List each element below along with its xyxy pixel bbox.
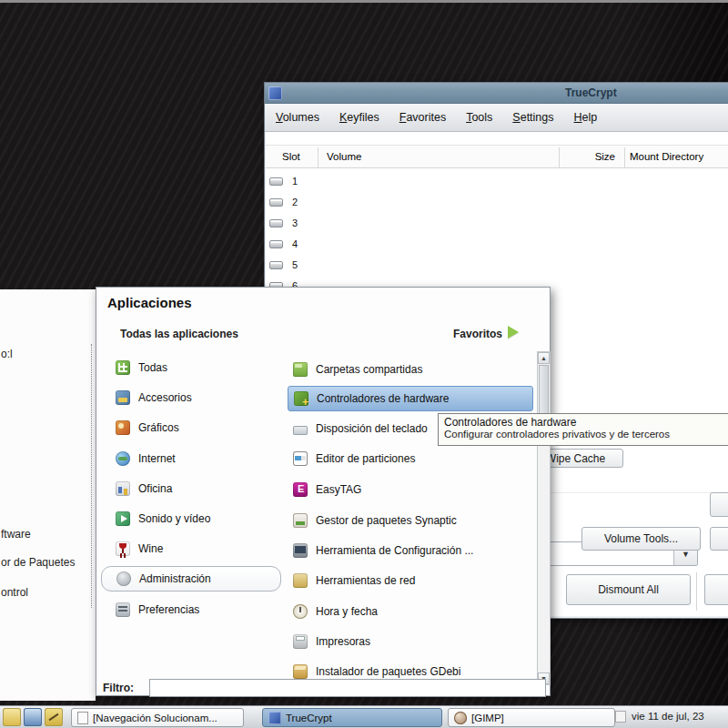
dismount-all-button[interactable]: Dismount All: [566, 574, 691, 605]
tooltip-description: Configurar controladores privativos y de…: [444, 429, 728, 440]
partial-text: ftware: [1, 528, 31, 541]
partial-text: o:l: [1, 348, 13, 360]
tray-icon[interactable]: [615, 711, 626, 723]
category-administracion[interactable]: Administración: [101, 566, 281, 592]
app-label: Herramientas de red: [316, 574, 415, 587]
hardware-drivers-icon: [294, 391, 308, 406]
volume-tools-button[interactable]: Volume Tools...: [581, 527, 701, 551]
slot-row[interactable]: 1: [269, 172, 451, 190]
menu-title: Aplicaciones: [107, 295, 192, 310]
wine-icon: [116, 541, 130, 556]
category-preferencias[interactable]: Preferencias: [107, 597, 286, 622]
shared-folders-icon: [293, 362, 308, 377]
category-sonido-y-video[interactable]: Sonido y vídeo: [107, 506, 286, 531]
top-edge-strip: [0, 0, 728, 3]
accessories-icon: [116, 390, 130, 405]
app-editor-de-particiones[interactable]: Editor de particiones: [288, 446, 533, 471]
button-divider: [696, 572, 697, 611]
task-label: [Navegación Solucionam...: [93, 713, 217, 723]
task-navegacion[interactable]: [Navegación Solucionam...: [71, 708, 244, 727]
tooltip-title: Controladores de hardware: [444, 416, 728, 429]
app-hora-y-fecha[interactable]: Hora y fecha: [288, 599, 533, 624]
favorites-arrow-icon[interactable]: [508, 326, 519, 339]
menu-settings[interactable]: Settings: [512, 111, 553, 124]
select-device-button-partial[interactable]: [710, 527, 728, 551]
sound-video-icon: [116, 511, 130, 526]
time-date-icon: [293, 604, 308, 619]
app-label: Instalador de paquetes GDebi: [316, 665, 460, 678]
category-internet[interactable]: Internet: [107, 446, 286, 471]
filter-label: Filtro:: [103, 682, 134, 694]
app-controladores-de-hardware[interactable]: Controladores de hardware: [288, 386, 533, 411]
column-separator: [624, 147, 625, 167]
partition-editor-icon: [293, 451, 308, 466]
column-separator: [559, 147, 560, 167]
launcher-icon-1[interactable]: [3, 708, 21, 726]
category-todas[interactable]: Todas: [107, 355, 286, 380]
launcher-icon-3[interactable]: [45, 708, 63, 726]
category-label: Accesorios: [138, 391, 192, 404]
column-volume[interactable]: Volume: [327, 151, 361, 162]
slot-row[interactable]: 2: [269, 193, 451, 211]
network-tools-icon: [293, 573, 308, 588]
app-label: EasyTAG: [316, 483, 361, 496]
category-accesorios[interactable]: Accesorios: [107, 385, 286, 410]
menu-keyfiles[interactable]: Keyfiles: [339, 111, 379, 124]
app-herramienta-de-configuracion[interactable]: Herramienta de Configuración ...: [288, 538, 533, 563]
category-oficina[interactable]: Oficina: [107, 476, 286, 501]
slot-row[interactable]: 3: [269, 214, 451, 232]
app-label: Editor de particiones: [316, 452, 415, 465]
app-gestor-de-paquetes-synaptic[interactable]: Gestor de paquetes Synaptic: [288, 508, 533, 533]
app-herramientas-de-red[interactable]: Herramientas de red: [288, 568, 533, 593]
config-tool-icon: [293, 543, 308, 558]
task-truecrypt[interactable]: TrueCrypt: [262, 708, 442, 727]
tooltip: Controladores de hardware Configurar con…: [438, 413, 728, 446]
all-apps-icon: [116, 360, 130, 375]
app-impresoras[interactable]: Impresoras: [288, 629, 533, 654]
column-slot[interactable]: Slot: [282, 151, 300, 162]
scroll-up-icon[interactable]: ▲: [538, 352, 550, 364]
clock[interactable]: vie 11 de jul, 23: [632, 711, 728, 722]
menu-favorites[interactable]: Favorites: [399, 111, 446, 124]
category-graficos[interactable]: Gráficos: [107, 415, 286, 440]
desktop-screen: o:l ftware or de Paquetes ontrol TrueCry…: [0, 0, 728, 728]
taskbar: [Navegación Solucionam... TrueCrypt [GIM…: [0, 705, 728, 728]
app-label: Impresoras: [316, 635, 370, 648]
app-label: Gestor de paquetes Synaptic: [316, 514, 457, 527]
column-size[interactable]: Size: [575, 151, 615, 162]
task-gimp[interactable]: [GIMP]: [448, 708, 615, 727]
filter-input[interactable]: [149, 679, 546, 697]
dotted-divider: [91, 344, 92, 608]
category-label: Sonido y vídeo: [138, 512, 210, 525]
column-mount-directory[interactable]: Mount Directory: [630, 151, 703, 162]
menubar: Volumes Keyfiles Favorites Tools Setting…: [265, 104, 728, 132]
app-carpetas-compartidas[interactable]: Carpetas compartidas: [288, 357, 533, 382]
category-label: Wine: [138, 542, 163, 555]
slot-row[interactable]: 5: [269, 256, 451, 274]
page-icon: [77, 712, 88, 724]
window-title: TrueCrypt: [565, 86, 617, 99]
favorites-link[interactable]: Favoritos: [453, 328, 502, 340]
exit-button-partial[interactable]: [704, 574, 728, 605]
drive-icon: [269, 177, 283, 186]
all-applications-header[interactable]: Todas las aplicaciones: [120, 328, 238, 340]
menu-help[interactable]: Help: [574, 111, 598, 124]
administration-icon: [116, 571, 131, 586]
category-wine[interactable]: Wine: [107, 536, 286, 561]
menu-volumes[interactable]: Volumes: [276, 111, 319, 124]
synaptic-icon: [293, 513, 308, 528]
drive-icon: [269, 261, 283, 269]
list-header[interactable]: Slot Volume Size Mount Directory: [266, 145, 728, 168]
slot-row[interactable]: 4: [269, 235, 451, 253]
app-easytag[interactable]: EasyTAG: [288, 477, 533, 502]
launcher-icon-2[interactable]: [24, 708, 42, 726]
app-label: Herramienta de Configuración ...: [316, 544, 473, 557]
select-file-button-partial[interactable]: [710, 492, 728, 517]
easytag-icon: [293, 482, 308, 497]
menu-scrollbar[interactable]: ▲ ▼: [537, 351, 551, 685]
slot-number: 5: [292, 259, 298, 270]
partial-text: ontrol: [1, 586, 28, 599]
menu-tools[interactable]: Tools: [466, 111, 492, 124]
truecrypt-icon: [268, 712, 281, 724]
titlebar[interactable]: TrueCrypt: [265, 83, 728, 104]
